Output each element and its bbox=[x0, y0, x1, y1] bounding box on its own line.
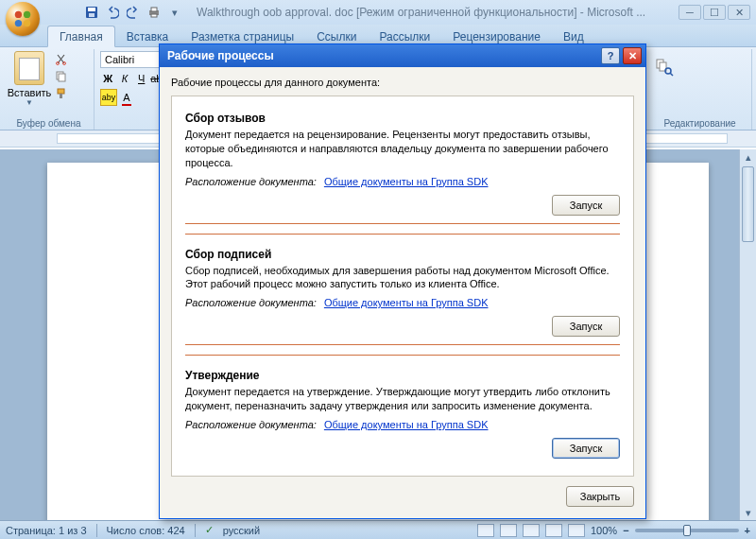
location-link[interactable]: Общие документы на Группа SDK bbox=[324, 176, 489, 187]
minimize-button[interactable]: ─ bbox=[679, 5, 701, 20]
workflow-approval: Утверждение Документ передается на утвер… bbox=[185, 355, 620, 468]
office-orb-icon bbox=[6, 2, 40, 36]
start-button[interactable]: Запуск bbox=[552, 438, 620, 459]
title-bar: ▾ Walkthrough oob approval. doc [Режим о… bbox=[0, 0, 756, 25]
editing-group: Редактирование bbox=[648, 49, 752, 130]
dialog-title: Рабочие процессы bbox=[163, 49, 601, 62]
close-window-button[interactable]: ✕ bbox=[728, 5, 750, 20]
proofing-icon[interactable]: ✓ bbox=[205, 524, 214, 536]
scroll-thumb[interactable] bbox=[742, 166, 754, 242]
svg-point-2 bbox=[15, 20, 22, 26]
status-page[interactable]: Страница: 1 из 3 bbox=[6, 525, 87, 536]
workflow-collect-feedback: Сбор отзывов Документ передается на реце… bbox=[185, 106, 620, 234]
zoom-thumb[interactable] bbox=[683, 525, 691, 536]
dialog-titlebar[interactable]: Рабочие процессы ? ✕ bbox=[160, 44, 645, 67]
highlight-button[interactable]: aby bbox=[100, 89, 117, 106]
paste-label: Вставить bbox=[8, 87, 52, 98]
workflow-name: Сбор отзывов bbox=[185, 112, 620, 125]
window-controls: ─ ☐ ✕ bbox=[679, 5, 750, 20]
paste-icon bbox=[14, 51, 44, 85]
svg-rect-5 bbox=[88, 8, 95, 11]
zoom-out-button[interactable]: − bbox=[623, 525, 628, 536]
clipboard-group-label: Буфер обмена bbox=[4, 118, 94, 129]
start-button[interactable]: Запуск bbox=[552, 316, 620, 337]
location-label: Расположение документа: bbox=[185, 176, 317, 187]
workflow-description: Документ передается на утверждение. Утве… bbox=[185, 385, 620, 413]
find-icon bbox=[654, 57, 675, 78]
bold-button[interactable]: Ж bbox=[100, 70, 116, 87]
location-label: Расположение документа: bbox=[185, 419, 317, 430]
cut-button[interactable] bbox=[53, 51, 68, 66]
zoom-slider[interactable] bbox=[635, 529, 739, 532]
workflow-name: Сбор подписей bbox=[185, 248, 620, 261]
maximize-button[interactable]: ☐ bbox=[703, 5, 726, 20]
save-button[interactable] bbox=[83, 4, 100, 21]
undo-button[interactable] bbox=[104, 4, 121, 21]
window-title: Walkthrough oob approval. doc [Режим огр… bbox=[197, 6, 679, 19]
status-language[interactable]: русский bbox=[223, 525, 260, 536]
view-draft[interactable] bbox=[568, 524, 585, 537]
dialog-subtitle: Рабочие процессы для данного документа: bbox=[171, 77, 634, 88]
svg-point-1 bbox=[24, 11, 30, 18]
svg-rect-14 bbox=[58, 89, 64, 94]
dialog-body: Рабочие процессы для данного документа: … bbox=[160, 67, 645, 518]
status-word-count[interactable]: Число слов: 424 bbox=[107, 525, 185, 536]
workflow-name: Утверждение bbox=[185, 369, 620, 382]
view-print-layout[interactable] bbox=[477, 524, 494, 537]
clipboard-group: Вставить ▼ Буфер обмена bbox=[4, 49, 94, 130]
view-web-layout[interactable] bbox=[523, 524, 540, 537]
svg-point-3 bbox=[24, 20, 30, 26]
svg-rect-13 bbox=[59, 74, 65, 81]
zoom-in-button[interactable]: + bbox=[745, 525, 750, 536]
view-outline[interactable] bbox=[545, 524, 562, 537]
format-painter-button[interactable] bbox=[53, 85, 68, 100]
vertical-scrollbar[interactable]: ▴ ▾ bbox=[739, 149, 756, 520]
editing-group-label: Редактирование bbox=[648, 118, 751, 129]
svg-rect-8 bbox=[151, 8, 157, 11]
redo-button[interactable] bbox=[125, 4, 142, 21]
workflow-description: Документ передается на рецензирование. Р… bbox=[185, 128, 620, 170]
workflow-list: Сбор отзывов Документ передается на реце… bbox=[171, 96, 634, 477]
status-bar: Страница: 1 из 3 Число слов: 424 ✓ русск… bbox=[0, 520, 756, 539]
dialog-close-button[interactable]: ✕ bbox=[623, 47, 642, 64]
svg-point-0 bbox=[15, 11, 22, 18]
zoom-value[interactable]: 100% bbox=[591, 525, 617, 536]
start-button[interactable]: Запуск bbox=[552, 195, 620, 216]
office-button[interactable] bbox=[4, 0, 42, 25]
svg-rect-9 bbox=[151, 14, 157, 17]
workflow-description: Сбор подписей, необходимых для завершени… bbox=[185, 264, 620, 292]
paste-button[interactable]: Вставить ▼ bbox=[9, 51, 49, 107]
scroll-down-icon[interactable]: ▾ bbox=[740, 505, 756, 520]
location-label: Расположение документа: bbox=[185, 297, 317, 308]
dialog-help-button[interactable]: ? bbox=[601, 47, 620, 64]
copy-button[interactable] bbox=[53, 68, 68, 83]
font-name-select[interactable]: Calibri bbox=[100, 51, 166, 68]
svg-line-19 bbox=[670, 73, 673, 76]
workflow-collect-signatures: Сбор подписей Сбор подписей, необходимых… bbox=[185, 234, 620, 356]
tab-home[interactable]: Главная bbox=[47, 26, 115, 47]
print-button[interactable] bbox=[146, 4, 163, 21]
workflows-dialog: Рабочие процессы ? ✕ Рабочие процессы дл… bbox=[159, 43, 646, 519]
scroll-up-icon[interactable]: ▴ bbox=[740, 149, 756, 165]
quick-access-toolbar: ▾ bbox=[83, 4, 183, 21]
font-color-button[interactable]: A bbox=[118, 89, 135, 106]
underline-button[interactable]: Ч bbox=[133, 70, 149, 87]
close-button[interactable]: Закрыть bbox=[566, 486, 634, 507]
location-link[interactable]: Общие документы на Группа SDK bbox=[324, 419, 489, 430]
view-full-screen[interactable] bbox=[500, 524, 517, 537]
svg-rect-15 bbox=[60, 94, 62, 98]
location-link[interactable]: Общие документы на Группа SDK bbox=[324, 297, 489, 308]
italic-button[interactable]: К bbox=[117, 70, 133, 87]
svg-rect-6 bbox=[89, 13, 94, 17]
qat-dropdown[interactable]: ▾ bbox=[166, 4, 183, 21]
